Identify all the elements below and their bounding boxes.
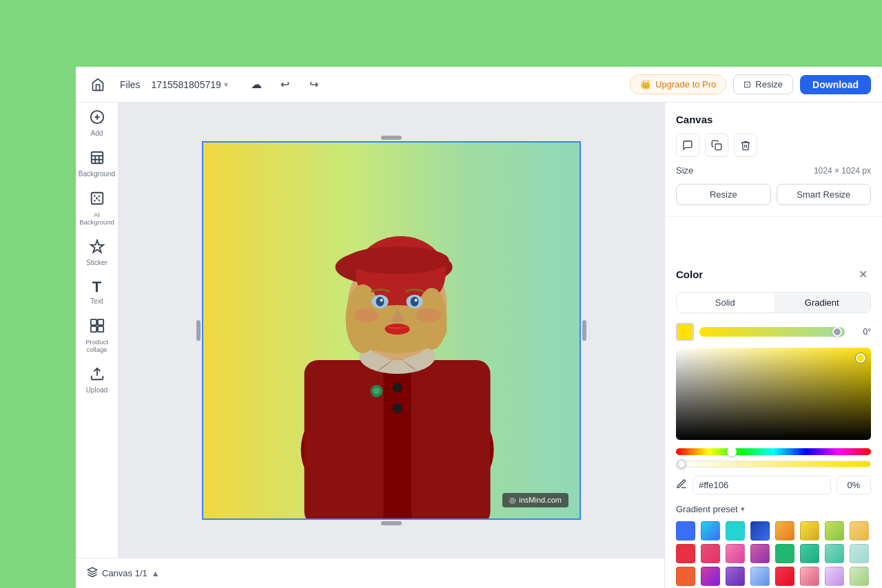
canvas-icon-row — [676, 134, 871, 157]
preset-swatch-orange[interactable] — [775, 521, 794, 540]
tab-gradient[interactable]: Gradient — [774, 293, 871, 313]
undo-button[interactable]: ↩ — [274, 73, 297, 96]
canvas-label: Canvas 1/1 — [102, 568, 147, 578]
watermark: ◎ insMind.com — [502, 493, 568, 507]
preset-swatch-purple[interactable] — [726, 567, 745, 586]
canvas-panel-title: Canvas — [676, 114, 871, 125]
opacity-thumb[interactable] — [677, 459, 686, 469]
color-picker-area[interactable] — [676, 348, 871, 440]
canvas-image[interactable]: ◎ insMind.com — [202, 141, 581, 520]
resize-button[interactable]: ⊡ Resize — [733, 74, 793, 94]
svg-point-34 — [416, 308, 441, 322]
preset-swatch-teal-green[interactable] — [800, 544, 819, 563]
sidebar-item-product-collage[interactable]: Productcollage — [76, 311, 118, 359]
gradient-thumb[interactable] — [832, 327, 842, 337]
sidebar-item-sticker[interactable]: Sticker — [76, 232, 118, 273]
gradient-bar-row: 0° — [676, 323, 871, 341]
sidebar-item-background[interactable]: Background — [76, 143, 118, 184]
cloud-sync-button[interactable]: ☁ — [245, 73, 268, 96]
preset-swatch-lime[interactable] — [825, 521, 844, 540]
gradient-bar[interactable] — [699, 327, 845, 337]
watermark-icon: ◎ — [509, 496, 516, 505]
layers-icon — [87, 567, 98, 580]
preset-swatch-light-teal[interactable] — [825, 544, 844, 563]
opacity-input[interactable] — [837, 476, 871, 494]
preset-swatch-purple-pink[interactable] — [750, 544, 770, 563]
close-icon: ✕ — [859, 268, 868, 281]
preset-chevron-icon[interactable]: ▾ — [741, 505, 745, 514]
preset-swatch-red2[interactable] — [775, 567, 794, 586]
eyedropper-icon[interactable] — [676, 479, 687, 492]
preset-swatch-light-blue[interactable] — [750, 567, 770, 586]
preset-swatch-green-solid[interactable] — [775, 544, 794, 563]
canvas-copy-button[interactable] — [676, 134, 699, 157]
download-button[interactable]: Download — [800, 75, 871, 94]
sidebar-item-label: Productcollage — [85, 338, 108, 354]
sidebar-item-label: Sticker — [86, 259, 107, 267]
preset-swatch-pale-teal[interactable] — [850, 544, 869, 563]
sidebar-item-ai-background[interactable]: AIBackground — [76, 184, 118, 232]
topbar: Files 1715581805719 ▾ ☁ ↩ ↪ 👑 Upgrade to… — [76, 67, 882, 103]
upgrade-button[interactable]: 👑 Upgrade to Pro — [630, 74, 726, 94]
opacity-slider[interactable] — [676, 461, 871, 468]
hue-thumb[interactable] — [727, 447, 737, 456]
sidebar-item-label: Text — [90, 297, 103, 306]
tab-solid[interactable]: Solid — [677, 293, 774, 313]
preset-swatch-light-pink[interactable] — [800, 567, 819, 586]
preset-swatch-pink[interactable] — [726, 544, 745, 563]
svg-point-22 — [346, 246, 449, 274]
canvas-duplicate-button[interactable] — [705, 134, 728, 157]
ai-background-icon — [90, 191, 105, 208]
canvas-resize-button[interactable]: Resize — [676, 184, 771, 205]
resize-handle-left[interactable] — [196, 320, 201, 341]
color-picker-thumb[interactable] — [856, 353, 865, 363]
solid-gradient-tabs: Solid Gradient — [676, 292, 871, 313]
layers-control[interactable]: Canvas 1/1 ▲ — [87, 567, 160, 580]
redo-button[interactable]: ↪ — [302, 73, 326, 96]
preset-swatch-red-solid[interactable] — [676, 544, 695, 563]
size-label: Size — [676, 165, 693, 176]
color-panel-title: Color — [676, 269, 703, 280]
color-close-button[interactable]: ✕ — [854, 266, 871, 282]
files-nav[interactable]: Files — [120, 79, 141, 90]
product-collage-icon — [90, 318, 105, 335]
preset-swatch-magenta-purple[interactable] — [701, 567, 720, 586]
home-button[interactable] — [87, 74, 109, 96]
resize-handle-bottom[interactable] — [381, 521, 402, 525]
preset-swatch-yellow[interactable] — [800, 521, 819, 540]
preset-swatch-cyan-blue[interactable] — [701, 521, 720, 540]
preset-swatch-dark-blue[interactable] — [750, 521, 770, 540]
preset-swatch-blue-solid[interactable] — [676, 521, 695, 540]
svg-point-38 — [373, 388, 380, 395]
preset-swatch-pink-red[interactable] — [701, 544, 720, 563]
preset-swatch-lavender[interactable] — [825, 567, 844, 586]
add-icon — [90, 109, 105, 127]
sticker-icon — [90, 239, 105, 256]
upload-icon — [90, 366, 105, 384]
svg-rect-10 — [97, 319, 103, 325]
preset-swatch-orange-solid[interactable] — [676, 567, 695, 586]
color-panel-header: Color ✕ — [676, 266, 871, 282]
resize-handle-top[interactable] — [381, 136, 402, 140]
canvas-smart-resize-button[interactable]: Smart Resize — [777, 184, 872, 205]
sidebar-item-text[interactable]: T Text — [76, 273, 118, 311]
svg-point-29 — [411, 297, 419, 306]
sidebar-item-label: Background — [79, 170, 115, 178]
preset-swatch-pale-green[interactable] — [850, 567, 869, 586]
sidebar-item-upload[interactable]: Upload — [76, 359, 118, 400]
preset-label: Gradient preset — [676, 504, 738, 514]
filename-display[interactable]: 1715581805719 ▾ — [152, 79, 228, 90]
preset-swatch-teal-solid[interactable] — [726, 521, 745, 540]
canvas-wrapper[interactable]: ◎ insMind.com — [202, 141, 581, 520]
resize-handle-right[interactable] — [582, 320, 586, 341]
sidebar-item-add[interactable]: Add — [76, 103, 118, 143]
canvas-section: Canvas — [665, 103, 882, 217]
hue-slider[interactable] — [676, 448, 871, 455]
hex-input[interactable] — [693, 476, 831, 494]
preset-swatch-gold[interactable] — [850, 521, 869, 540]
size-value: 1024 × 1024 px — [814, 166, 871, 176]
color-stop-swatch[interactable] — [676, 323, 694, 341]
expand-icon[interactable]: ▲ — [152, 569, 160, 578]
canvas-delete-button[interactable] — [734, 134, 757, 157]
svg-rect-3 — [91, 152, 103, 164]
